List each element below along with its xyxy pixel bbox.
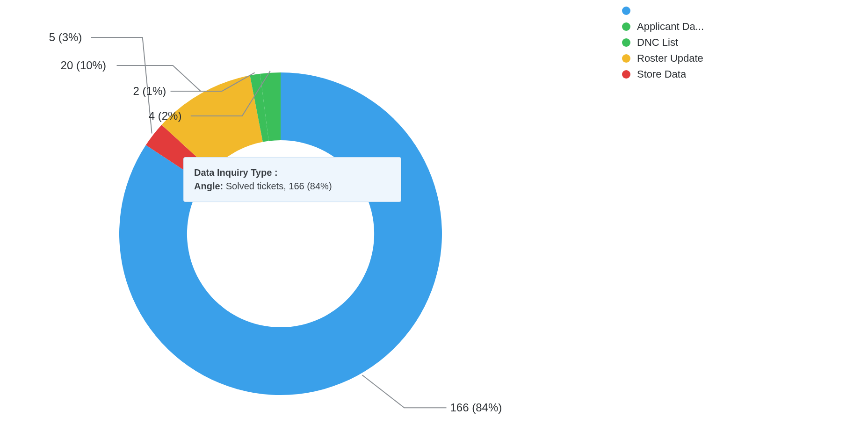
tooltip-measure-label: Angle: [194,181,223,191]
legend-item[interactable]: Roster Update [622,50,704,66]
legend-swatch [622,22,630,31]
chart-legend: Applicant Da...DNC ListRoster UpdateStor… [622,3,704,82]
slice-label-applicant: 4 (2%) [149,109,182,122]
legend-item[interactable] [622,3,704,19]
legend-label: Roster Update [637,52,703,65]
legend-swatch [622,54,630,63]
legend-swatch [622,70,630,79]
tooltip-measure-value: Solved tickets, 166 (84%) [226,181,332,191]
legend-label: Applicant Da... [637,21,704,33]
legend-label: DNC List [637,36,678,49]
leader-line [362,375,447,408]
chart-tooltip: Data Inquiry Type : Angle: Solved ticket… [183,157,401,202]
legend-item[interactable]: Store Data [622,66,704,82]
slice-label-dnc: 2 (1%) [133,85,166,98]
legend-item[interactable]: Applicant Da... [622,19,704,35]
slice-label-store-data: 5 (3%) [49,31,82,44]
slice-label-roster: 20 (10%) [61,59,106,72]
legend-swatch [622,7,630,15]
chart-stage: 166 (84%) 5 (3%) 20 (10%) 2 (1%) 4 (2%) … [0,0,868,446]
tooltip-dimension-label: Data Inquiry Type : [194,167,278,178]
slice-label-blank: 166 (84%) [450,401,502,414]
legend-item[interactable]: DNC List [622,35,704,50]
legend-swatch [622,38,630,47]
legend-label: Store Data [637,68,686,80]
